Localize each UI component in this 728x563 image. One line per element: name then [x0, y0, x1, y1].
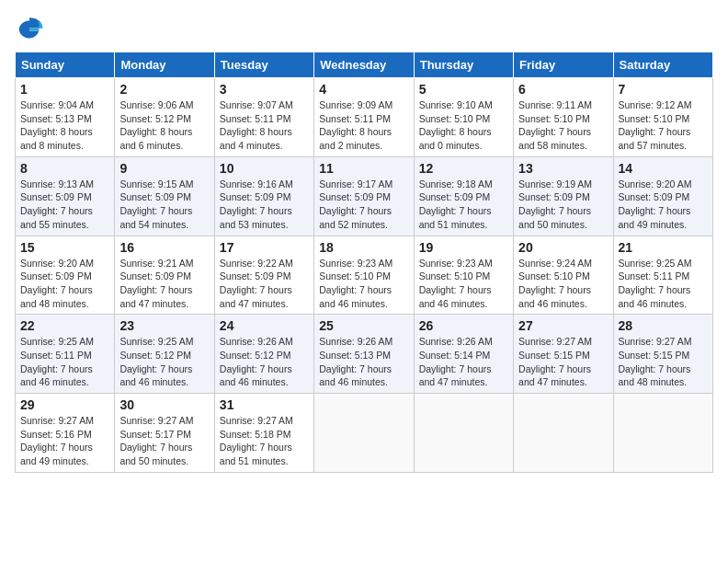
- day-info: Sunrise: 9:27 AMSunset: 5:16 PMDaylight:…: [20, 415, 94, 466]
- calendar-cell: 1 Sunrise: 9:04 AMSunset: 5:13 PMDayligh…: [16, 78, 115, 157]
- calendar-cell: 21 Sunrise: 9:25 AMSunset: 5:11 PMDaylig…: [613, 236, 712, 315]
- day-info: Sunrise: 9:19 AMSunset: 5:09 PMDaylight:…: [518, 178, 592, 230]
- day-number: 5: [419, 82, 508, 97]
- day-info: Sunrise: 9:27 AMSunset: 5:15 PMDaylight:…: [518, 336, 592, 387]
- day-info: Sunrise: 9:20 AMSunset: 5:09 PMDaylight:…: [619, 178, 692, 230]
- day-number: 19: [419, 240, 508, 255]
- calendar-cell: 19 Sunrise: 9:23 AMSunset: 5:10 PMDaylig…: [414, 236, 513, 315]
- calendar-cell: [613, 394, 712, 473]
- day-info: Sunrise: 9:26 AMSunset: 5:13 PMDaylight:…: [319, 336, 392, 387]
- calendar-cell: 23 Sunrise: 9:25 AMSunset: 5:12 PMDaylig…: [115, 315, 214, 394]
- calendar-cell: 4 Sunrise: 9:09 AMSunset: 5:11 PMDayligh…: [314, 78, 414, 157]
- calendar-cell: 15 Sunrise: 9:20 AMSunset: 5:09 PMDaylig…: [16, 236, 115, 315]
- calendar-cell: [314, 394, 414, 473]
- day-number: 27: [518, 318, 608, 333]
- day-number: 24: [220, 318, 309, 333]
- weekday-header-row: SundayMondayTuesdayWednesdayThursdayFrid…: [16, 52, 713, 78]
- day-info: Sunrise: 9:27 AMSunset: 5:18 PMDaylight:…: [220, 415, 293, 466]
- day-number: 31: [220, 397, 309, 412]
- weekday-sunday: Sunday: [16, 52, 115, 78]
- day-number: 11: [319, 161, 408, 176]
- calendar-cell: 29 Sunrise: 9:27 AMSunset: 5:16 PMDaylig…: [16, 394, 115, 473]
- day-info: Sunrise: 9:12 AMSunset: 5:10 PMDaylight:…: [619, 99, 692, 151]
- day-number: 9: [119, 161, 209, 176]
- day-number: 14: [619, 161, 708, 176]
- calendar-cell: 7 Sunrise: 9:12 AMSunset: 5:10 PMDayligh…: [613, 78, 712, 157]
- calendar-table: SundayMondayTuesdayWednesdayThursdayFrid…: [15, 52, 713, 473]
- calendar-cell: 27 Sunrise: 9:27 AMSunset: 5:15 PMDaylig…: [514, 315, 613, 394]
- day-number: 4: [319, 82, 408, 97]
- calendar-cell: 20 Sunrise: 9:24 AMSunset: 5:10 PMDaylig…: [514, 236, 613, 315]
- day-info: Sunrise: 9:26 AMSunset: 5:14 PMDaylight:…: [419, 336, 493, 387]
- logo: [15, 15, 48, 44]
- day-number: 22: [20, 318, 109, 333]
- day-number: 8: [20, 161, 109, 176]
- calendar-cell: 24 Sunrise: 9:26 AMSunset: 5:12 PMDaylig…: [214, 315, 313, 394]
- day-info: Sunrise: 9:15 AMSunset: 5:09 PMDaylight:…: [119, 178, 193, 230]
- weekday-wednesday: Wednesday: [314, 52, 414, 78]
- day-info: Sunrise: 9:23 AMSunset: 5:10 PMDaylight:…: [319, 258, 392, 309]
- calendar-cell: 13 Sunrise: 9:19 AMSunset: 5:09 PMDaylig…: [514, 156, 613, 236]
- week-row-2: 8 Sunrise: 9:13 AMSunset: 5:09 PMDayligh…: [16, 156, 713, 236]
- day-number: 23: [119, 318, 209, 333]
- day-info: Sunrise: 9:07 AMSunset: 5:11 PMDaylight:…: [220, 99, 293, 151]
- day-info: Sunrise: 9:09 AMSunset: 5:11 PMDaylight:…: [319, 99, 392, 151]
- day-number: 25: [319, 318, 408, 333]
- day-number: 2: [119, 82, 209, 97]
- day-info: Sunrise: 9:26 AMSunset: 5:12 PMDaylight:…: [220, 336, 293, 387]
- calendar-cell: 3 Sunrise: 9:07 AMSunset: 5:11 PMDayligh…: [214, 78, 313, 157]
- week-row-5: 29 Sunrise: 9:27 AMSunset: 5:16 PMDaylig…: [16, 394, 713, 473]
- calendar-cell: 18 Sunrise: 9:23 AMSunset: 5:10 PMDaylig…: [314, 236, 414, 315]
- day-number: 7: [619, 82, 708, 97]
- calendar-cell: 25 Sunrise: 9:26 AMSunset: 5:13 PMDaylig…: [314, 315, 414, 394]
- day-info: Sunrise: 9:27 AMSunset: 5:17 PMDaylight:…: [119, 415, 193, 466]
- calendar-cell: 5 Sunrise: 9:10 AMSunset: 5:10 PMDayligh…: [414, 78, 513, 157]
- calendar-cell: 2 Sunrise: 9:06 AMSunset: 5:12 PMDayligh…: [115, 78, 214, 157]
- day-info: Sunrise: 9:18 AMSunset: 5:09 PMDaylight:…: [419, 178, 493, 230]
- logo-icon: [15, 15, 44, 44]
- day-info: Sunrise: 9:04 AMSunset: 5:13 PMDaylight:…: [20, 99, 94, 151]
- week-row-3: 15 Sunrise: 9:20 AMSunset: 5:09 PMDaylig…: [16, 236, 713, 315]
- day-info: Sunrise: 9:17 AMSunset: 5:09 PMDaylight:…: [319, 178, 392, 230]
- day-number: 15: [20, 240, 109, 255]
- weekday-friday: Friday: [514, 52, 613, 78]
- header: [15, 15, 713, 44]
- day-info: Sunrise: 9:25 AMSunset: 5:11 PMDaylight:…: [619, 258, 692, 309]
- day-info: Sunrise: 9:16 AMSunset: 5:09 PMDaylight:…: [220, 178, 293, 230]
- day-number: 26: [419, 318, 508, 333]
- calendar-cell: 10 Sunrise: 9:16 AMSunset: 5:09 PMDaylig…: [214, 156, 313, 236]
- day-info: Sunrise: 9:13 AMSunset: 5:09 PMDaylight:…: [20, 178, 94, 230]
- day-number: 30: [119, 397, 209, 412]
- day-info: Sunrise: 9:21 AMSunset: 5:09 PMDaylight:…: [119, 258, 193, 309]
- calendar-cell: 31 Sunrise: 9:27 AMSunset: 5:18 PMDaylig…: [214, 394, 313, 473]
- weekday-monday: Monday: [115, 52, 214, 78]
- day-number: 1: [20, 82, 109, 97]
- calendar-cell: 26 Sunrise: 9:26 AMSunset: 5:14 PMDaylig…: [414, 315, 513, 394]
- calendar-cell: 11 Sunrise: 9:17 AMSunset: 5:09 PMDaylig…: [314, 156, 414, 236]
- day-info: Sunrise: 9:11 AMSunset: 5:10 PMDaylight:…: [518, 99, 592, 151]
- day-info: Sunrise: 9:23 AMSunset: 5:10 PMDaylight:…: [419, 258, 493, 309]
- day-info: Sunrise: 9:20 AMSunset: 5:09 PMDaylight:…: [20, 258, 94, 309]
- calendar-cell: [414, 394, 513, 473]
- calendar-cell: 12 Sunrise: 9:18 AMSunset: 5:09 PMDaylig…: [414, 156, 513, 236]
- week-row-4: 22 Sunrise: 9:25 AMSunset: 5:11 PMDaylig…: [16, 315, 713, 394]
- day-info: Sunrise: 9:27 AMSunset: 5:15 PMDaylight:…: [619, 336, 692, 387]
- day-number: 13: [518, 161, 608, 176]
- day-info: Sunrise: 9:25 AMSunset: 5:12 PMDaylight:…: [119, 336, 193, 387]
- day-number: 6: [518, 82, 608, 97]
- day-info: Sunrise: 9:06 AMSunset: 5:12 PMDaylight:…: [119, 99, 193, 151]
- day-number: 21: [619, 240, 708, 255]
- calendar-cell: 16 Sunrise: 9:21 AMSunset: 5:09 PMDaylig…: [115, 236, 214, 315]
- calendar-cell: 14 Sunrise: 9:20 AMSunset: 5:09 PMDaylig…: [613, 156, 712, 236]
- day-number: 17: [220, 240, 309, 255]
- weekday-tuesday: Tuesday: [214, 52, 313, 78]
- week-row-1: 1 Sunrise: 9:04 AMSunset: 5:13 PMDayligh…: [16, 78, 713, 157]
- calendar-cell: 17 Sunrise: 9:22 AMSunset: 5:09 PMDaylig…: [214, 236, 313, 315]
- day-number: 16: [119, 240, 209, 255]
- day-number: 28: [619, 318, 708, 333]
- weekday-thursday: Thursday: [414, 52, 513, 78]
- calendar-cell: 8 Sunrise: 9:13 AMSunset: 5:09 PMDayligh…: [16, 156, 115, 236]
- day-number: 20: [518, 240, 608, 255]
- day-number: 10: [220, 161, 309, 176]
- day-info: Sunrise: 9:10 AMSunset: 5:10 PMDaylight:…: [419, 99, 493, 151]
